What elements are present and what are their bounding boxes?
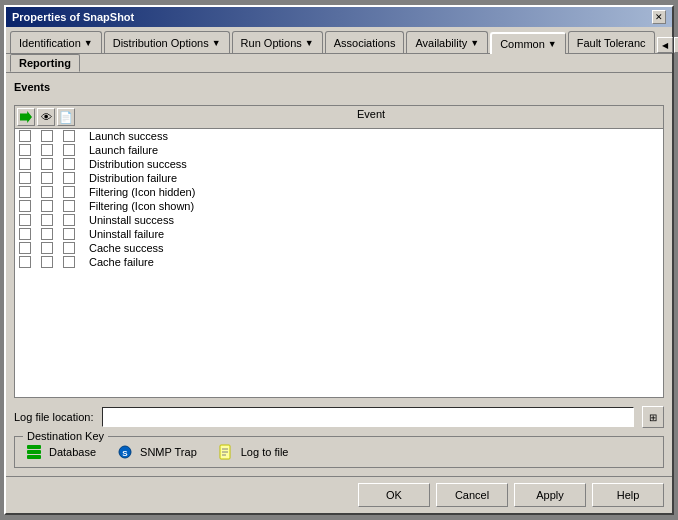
destination-database-label: Database (49, 446, 96, 458)
events-toolbar: 👁 📄 Event (15, 106, 663, 129)
toolbar-btn-3[interactable]: 📄 (57, 108, 75, 126)
event-checkbox-col2-6[interactable] (41, 214, 53, 226)
event-checkbox-col1-4[interactable] (19, 186, 31, 198)
event-checkbox-col2-8[interactable] (41, 242, 53, 254)
subtab-reporting[interactable]: Reporting (10, 54, 80, 72)
tab-availability[interactable]: Availability ▼ (406, 31, 488, 53)
tab-scroll-right[interactable]: ▶ (674, 37, 678, 53)
destination-logfile[interactable]: Log to file (217, 443, 289, 461)
event-checkbox-col2-5[interactable] (41, 200, 53, 212)
event-name-5: Filtering (Icon shown) (85, 200, 659, 212)
event-row: Distribution success (15, 157, 663, 171)
tab-common[interactable]: Common ▼ (490, 32, 566, 54)
event-name-8: Cache success (85, 242, 659, 254)
event-checkbox-col2-4[interactable] (41, 186, 53, 198)
event-column-header: Event (77, 108, 661, 126)
destination-key-group: Destination Key Database S (14, 436, 664, 468)
title-bar: Properties of SnapShot ✕ (6, 7, 672, 27)
event-name-7: Uninstall failure (85, 228, 659, 240)
event-checkbox-col3-3[interactable] (63, 172, 75, 184)
subtab-bar: Reporting (6, 54, 672, 73)
event-checkbox-col1-2[interactable] (19, 158, 31, 170)
tab-run-options-dropdown[interactable]: ▼ (305, 38, 314, 48)
svg-text:S: S (122, 449, 128, 458)
tab-identification[interactable]: Identification ▼ (10, 31, 102, 53)
event-checkbox-col2-7[interactable] (41, 228, 53, 240)
tab-distribution-options[interactable]: Distribution Options ▼ (104, 31, 230, 53)
event-row: Cache failure (15, 255, 663, 269)
event-checkbox-col1-8[interactable] (19, 242, 31, 254)
log-file-input[interactable] (102, 407, 635, 427)
event-checkbox-col3-0[interactable] (63, 130, 75, 142)
doc-icon: 📄 (59, 111, 73, 124)
eye-icon: 👁 (41, 111, 52, 123)
svg-rect-2 (27, 455, 41, 459)
event-row: Launch success (15, 129, 663, 143)
destination-logfile-label: Log to file (241, 446, 289, 458)
tab-bar: Identification ▼ Distribution Options ▼ … (6, 27, 672, 54)
events-label: Events (14, 81, 664, 93)
event-name-2: Distribution success (85, 158, 659, 170)
event-checkbox-col1-3[interactable] (19, 172, 31, 184)
event-checkbox-col2-9[interactable] (41, 256, 53, 268)
toolbar-btn-2[interactable]: 👁 (37, 108, 55, 126)
tab-identification-dropdown[interactable]: ▼ (84, 38, 93, 48)
event-checkbox-col2-0[interactable] (41, 130, 53, 142)
cancel-button[interactable]: Cancel (436, 483, 508, 507)
event-row: Launch failure (15, 143, 663, 157)
event-checkbox-col1-5[interactable] (19, 200, 31, 212)
event-name-0: Launch success (85, 130, 659, 142)
tab-availability-dropdown[interactable]: ▼ (470, 38, 479, 48)
event-row: Uninstall failure (15, 227, 663, 241)
footer-buttons: OK Cancel Apply Help (6, 476, 672, 513)
close-button[interactable]: ✕ (652, 10, 666, 24)
log-file-label: Log file location: (14, 411, 94, 423)
ok-button[interactable]: OK (358, 483, 430, 507)
tab-fault-tolerance[interactable]: Fault Toleranc (568, 31, 655, 53)
event-checkbox-col1-7[interactable] (19, 228, 31, 240)
event-checkbox-col1-6[interactable] (19, 214, 31, 226)
tab-common-dropdown[interactable]: ▼ (548, 39, 557, 49)
destination-snmp[interactable]: S SNMP Trap (116, 443, 197, 461)
event-checkbox-col3-6[interactable] (63, 214, 75, 226)
event-row: Distribution failure (15, 171, 663, 185)
log-file-browse-button[interactable]: ⊞ (642, 406, 664, 428)
tab-scroll-left[interactable]: ◀ (657, 37, 673, 53)
tab-associations[interactable]: Associations (325, 31, 405, 53)
event-checkbox-col2-1[interactable] (41, 144, 53, 156)
event-row: Filtering (Icon hidden) (15, 185, 663, 199)
event-checkbox-col1-9[interactable] (19, 256, 31, 268)
destination-database[interactable]: Database (25, 443, 96, 461)
event-checkbox-col3-8[interactable] (63, 242, 75, 254)
event-checkbox-col3-9[interactable] (63, 256, 75, 268)
event-row: Filtering (Icon shown) (15, 199, 663, 213)
browse-icon: ⊞ (649, 412, 657, 423)
tab-distribution-options-dropdown[interactable]: ▼ (212, 38, 221, 48)
green-arrow-icon (20, 111, 32, 123)
apply-button[interactable]: Apply (514, 483, 586, 507)
tab-scroll: ◀ ▶ (657, 37, 678, 53)
event-checkbox-col3-2[interactable] (63, 158, 75, 170)
toolbar-btn-1[interactable] (17, 108, 35, 126)
event-checkbox-col1-1[interactable] (19, 144, 31, 156)
event-name-6: Uninstall success (85, 214, 659, 226)
event-name-9: Cache failure (85, 256, 659, 268)
destination-snmp-label: SNMP Trap (140, 446, 197, 458)
svg-rect-0 (27, 445, 41, 449)
snmp-icon: S (116, 443, 134, 461)
event-checkbox-col3-1[interactable] (63, 144, 75, 156)
tab-run-options[interactable]: Run Options ▼ (232, 31, 323, 53)
events-section: 👁 📄 Event Launch success Launch failure … (14, 105, 664, 398)
event-name-1: Launch failure (85, 144, 659, 156)
event-checkbox-col3-5[interactable] (63, 200, 75, 212)
event-checkbox-col2-3[interactable] (41, 172, 53, 184)
event-checkbox-col1-0[interactable] (19, 130, 31, 142)
svg-rect-1 (27, 450, 41, 454)
event-checkbox-col2-2[interactable] (41, 158, 53, 170)
event-checkbox-col3-4[interactable] (63, 186, 75, 198)
event-name-3: Distribution failure (85, 172, 659, 184)
destination-key-legend: Destination Key (23, 430, 108, 442)
help-button[interactable]: Help (592, 483, 664, 507)
events-list: Launch success Launch failure Distributi… (15, 129, 663, 269)
event-checkbox-col3-7[interactable] (63, 228, 75, 240)
